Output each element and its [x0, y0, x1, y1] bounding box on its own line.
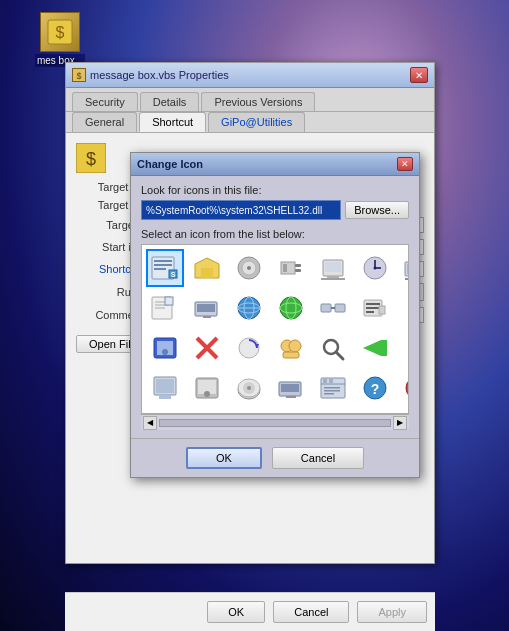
- tab-gipo[interactable]: GiPo@Utilities: [208, 112, 305, 132]
- properties-close-button[interactable]: ✕: [410, 67, 428, 83]
- change-icon-close-button[interactable]: ✕: [397, 157, 413, 171]
- icon-cell-21[interactable]: [146, 369, 184, 407]
- svg-rect-48: [321, 304, 331, 312]
- icon-cell-1[interactable]: [188, 249, 226, 287]
- icon-cell-0[interactable]: S: [146, 249, 184, 287]
- svg-rect-20: [283, 264, 287, 272]
- icon-cell-12[interactable]: [356, 289, 394, 327]
- svg-rect-13: [201, 268, 213, 278]
- tab-general[interactable]: General: [72, 112, 137, 132]
- svg-rect-88: [324, 390, 340, 392]
- icon-cell-11[interactable]: [314, 289, 352, 327]
- tab-details[interactable]: Details: [140, 92, 200, 111]
- icon-cell-26[interactable]: ?: [356, 369, 394, 407]
- icon-cell-9[interactable]: [230, 289, 268, 327]
- svg-text:S: S: [171, 271, 176, 278]
- svg-rect-22: [325, 262, 341, 272]
- change-icon-cancel-button[interactable]: Cancel: [272, 447, 364, 469]
- properties-cancel-button[interactable]: Cancel: [273, 601, 349, 623]
- svg-point-45: [280, 297, 302, 319]
- browse-button[interactable]: Browse...: [345, 201, 409, 219]
- icon-cell-2[interactable]: [230, 249, 268, 287]
- icon-cell-7[interactable]: [146, 289, 184, 327]
- change-icon-dialog: Change Icon ✕ Look for icons in this fil…: [130, 152, 420, 478]
- tab-security[interactable]: Security: [72, 92, 138, 111]
- svg-rect-82: [286, 396, 296, 398]
- icon-cell-5[interactable]: [356, 249, 394, 287]
- svg-text:$: $: [56, 24, 65, 41]
- svg-point-79: [247, 386, 251, 390]
- svg-point-64: [289, 340, 301, 352]
- change-icon-titlebar: Change Icon ✕: [131, 153, 419, 176]
- icon-cell-3[interactable]: [272, 249, 310, 287]
- svg-text:?: ?: [371, 381, 380, 397]
- icon-path-input[interactable]: [141, 200, 341, 220]
- scroll-right-arrow[interactable]: ▶: [393, 416, 407, 430]
- svg-marker-68: [363, 340, 381, 356]
- icon-cell-10[interactable]: [272, 289, 310, 327]
- svg-rect-86: [329, 379, 333, 383]
- icon-cell-14[interactable]: [146, 329, 184, 367]
- icon-cell-18[interactable]: [314, 329, 352, 367]
- tab-shortcut[interactable]: Shortcut: [139, 112, 206, 132]
- icon-cell-27[interactable]: [398, 369, 408, 407]
- change-icon-title: Change Icon: [137, 158, 203, 170]
- svg-rect-7: [154, 260, 172, 262]
- icon-cell-17[interactable]: [272, 329, 310, 367]
- svg-rect-9: [154, 268, 166, 270]
- icon-cell-23[interactable]: [230, 369, 268, 407]
- svg-rect-89: [324, 393, 334, 395]
- icon-cell-15[interactable]: [188, 329, 226, 367]
- properties-title-text: message box.vbs Properties: [90, 69, 229, 81]
- svg-rect-19: [295, 269, 301, 272]
- icon-cell-20[interactable]: ⚙: [398, 329, 408, 367]
- svg-rect-18: [295, 264, 301, 267]
- properties-title-icon: $: [72, 68, 86, 82]
- svg-line-67: [336, 352, 343, 359]
- look-for-icons-label: Look for icons in this file:: [141, 184, 409, 196]
- svg-rect-8: [154, 264, 172, 266]
- icon-grid-container: S: [141, 244, 409, 414]
- properties-tabs: Security Details Previous Versions: [66, 88, 434, 112]
- svg-point-28: [374, 267, 377, 270]
- svg-rect-65: [283, 352, 299, 358]
- icon-grid: S: [142, 245, 408, 411]
- properties-ok-button[interactable]: OK: [207, 601, 265, 623]
- icon-cell-22[interactable]: [188, 369, 226, 407]
- icon-cell-25[interactable]: [314, 369, 352, 407]
- properties-bottom-buttons: OK Cancel Apply: [65, 592, 435, 631]
- svg-rect-52: [366, 303, 380, 305]
- change-icon-body: Look for icons in this file: Browse... S…: [131, 176, 419, 438]
- change-icon-ok-button[interactable]: OK: [186, 447, 262, 469]
- select-icon-label: Select an icon from the list below:: [141, 228, 409, 240]
- svg-rect-30: [407, 264, 408, 274]
- svg-rect-81: [281, 384, 299, 392]
- icon-cell-4[interactable]: [314, 249, 352, 287]
- svg-rect-32: [405, 278, 408, 280]
- properties-titlebar: $ message box.vbs Properties ✕: [66, 63, 434, 88]
- svg-rect-40: [203, 316, 211, 318]
- scrollbar-track[interactable]: [159, 419, 391, 427]
- scroll-left-arrow[interactable]: ◀: [143, 416, 157, 430]
- svg-rect-72: [159, 395, 171, 399]
- desktop-icon-image: $: [40, 12, 80, 52]
- icon-cell-16[interactable]: [230, 329, 268, 367]
- svg-rect-24: [321, 278, 345, 280]
- svg-rect-39: [197, 304, 215, 312]
- icon-cell-24[interactable]: [272, 369, 310, 407]
- svg-rect-71: [156, 379, 174, 393]
- properties-apply-button[interactable]: Apply: [357, 601, 427, 623]
- icon-cell-6[interactable]: [398, 249, 408, 287]
- icon-cell-19[interactable]: [356, 329, 394, 367]
- svg-point-75: [204, 391, 210, 397]
- svg-rect-37: [165, 297, 173, 305]
- properties-title-left: $ message box.vbs Properties: [72, 68, 229, 82]
- icon-cell-8[interactable]: [188, 289, 226, 327]
- tab-previous-versions[interactable]: Previous Versions: [201, 92, 315, 111]
- desktop-icon[interactable]: $ mes box...: [30, 12, 90, 67]
- svg-rect-49: [335, 304, 345, 312]
- svg-text:$: $: [86, 149, 96, 169]
- icon-cell-13[interactable]: ▶: [398, 289, 408, 327]
- svg-text:$: $: [76, 71, 81, 81]
- path-row: Browse...: [141, 200, 409, 220]
